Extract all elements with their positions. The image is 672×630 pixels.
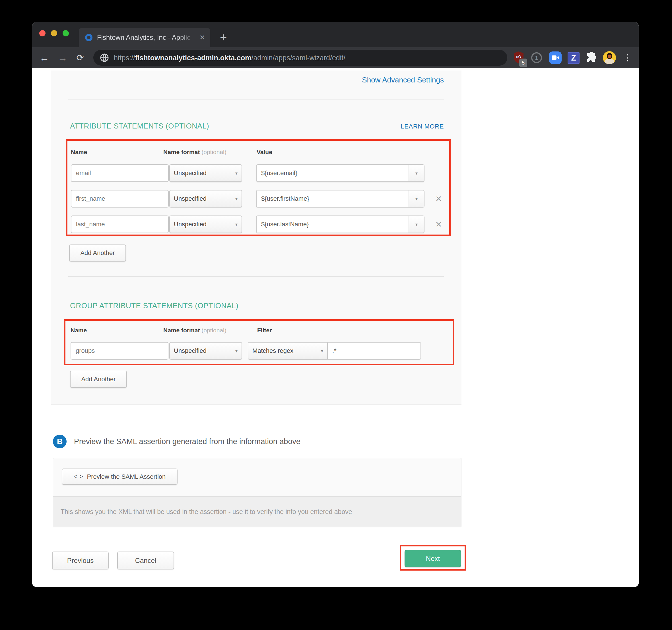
new-tab-button[interactable]: + xyxy=(220,31,227,44)
avatar-face xyxy=(608,55,611,58)
step-b-heading: Preview the SAML assertion generated fro… xyxy=(74,437,301,446)
globe-icon xyxy=(100,53,109,62)
group-attribute-statements-title: GROUP ATTRIBUTE STATEMENTS (OPTIONAL) xyxy=(70,301,238,310)
group-name-input[interactable] xyxy=(71,342,168,360)
attribute-name-input[interactable] xyxy=(71,190,169,207)
titlebar: Fishtown Analytics, Inc - Applic ✕ + xyxy=(32,22,639,47)
chevron-down-icon: ▾ xyxy=(415,196,418,202)
remove-row-icon[interactable]: ✕ xyxy=(435,194,442,204)
value-dropdown-button[interactable]: ▾ xyxy=(409,165,424,181)
avatar-shirt xyxy=(605,59,614,64)
value-dropdown-button[interactable]: ▾ xyxy=(409,191,424,207)
attribute-value-input[interactable] xyxy=(257,216,409,232)
preview-assertion-panel: < > Preview the SAML Assertion This show… xyxy=(53,458,461,527)
profile-avatar[interactable] xyxy=(603,51,616,64)
attribute-value-combo: ▾ xyxy=(256,216,425,233)
attribute-value-combo: ▾ xyxy=(256,164,425,182)
extensions-puzzle-icon[interactable] xyxy=(585,51,598,64)
code-icon: < > xyxy=(74,473,83,480)
address-bar[interactable]: https://fishtownanalytics-admin.okta.com… xyxy=(93,50,507,66)
chevron-down-icon: ▾ xyxy=(415,222,418,227)
divider xyxy=(68,100,444,100)
close-tab-icon[interactable]: ✕ xyxy=(199,33,205,42)
previous-button[interactable]: Previous xyxy=(52,552,109,570)
zoom-extension-icon[interactable] xyxy=(549,51,561,64)
preview-saml-assertion-button[interactable]: < > Preview the SAML Assertion xyxy=(62,469,177,485)
step-b-badge: B xyxy=(53,435,67,448)
tab-title: Fishtown Analytics, Inc - Applic xyxy=(97,33,197,42)
select-value: Unspecified xyxy=(174,347,233,354)
chevron-down-icon: ▾ xyxy=(235,196,238,202)
saml-settings-panel: Show Advanced Settings ATTRIBUTE STATEME… xyxy=(51,71,461,405)
attribute-value-input[interactable] xyxy=(257,191,409,207)
back-icon[interactable]: ← xyxy=(38,51,51,64)
forward-icon[interactable]: → xyxy=(56,51,69,64)
password-extension-icon[interactable]: 1 xyxy=(531,52,542,63)
divider xyxy=(68,276,444,277)
show-advanced-settings-link[interactable]: Show Advanced Settings xyxy=(362,76,444,84)
select-value: Unspecified xyxy=(174,195,233,202)
chevron-down-icon: ▾ xyxy=(235,348,238,354)
chevron-down-icon: ▾ xyxy=(415,171,418,176)
preview-help-text: This shows you the XML that will be used… xyxy=(53,496,461,527)
group-name-format-select[interactable]: Unspecified ▾ xyxy=(169,342,242,360)
close-window-button[interactable] xyxy=(39,30,46,36)
filter-type-select[interactable]: Matches regex ▾ xyxy=(248,343,328,359)
chevron-down-icon: ▾ xyxy=(235,171,238,176)
preview-button-label: Preview the SAML Assertion xyxy=(87,473,166,480)
chevron-down-icon: ▾ xyxy=(321,348,323,354)
column-header-filter: Filter xyxy=(257,327,272,334)
add-another-button[interactable]: Add Another xyxy=(70,371,127,388)
filter-value-input[interactable] xyxy=(328,343,421,359)
url-path: /admin/apps/saml-wizard/edit/ xyxy=(251,54,345,62)
url-domain: fishtownanalytics-admin.okta.com xyxy=(135,54,251,62)
optional-note: (optional) xyxy=(201,149,226,155)
next-button-highlight-box: Next xyxy=(400,545,466,571)
attribute-value-combo: ▾ xyxy=(256,190,425,207)
group-attribute-highlight-box: Name Name format (optional) Filter Unspe… xyxy=(64,319,454,365)
okta-favicon-icon xyxy=(85,34,93,41)
column-header-name: Name xyxy=(71,149,87,155)
zotero-extension-icon[interactable]: Z xyxy=(568,52,579,64)
ublock-badge: 5 xyxy=(519,58,527,67)
remove-row-icon[interactable]: ✕ xyxy=(435,220,442,229)
name-format-select[interactable]: Unspecified ▾ xyxy=(169,216,242,233)
column-header-name: Name xyxy=(71,327,87,334)
url-text: https://fishtownanalytics-admin.okta.com… xyxy=(114,54,345,62)
select-value: Unspecified xyxy=(174,170,233,177)
attribute-statements-title: ATTRIBUTE STATEMENTS (OPTIONAL) xyxy=(70,122,209,130)
maximize-window-button[interactable] xyxy=(63,30,69,36)
value-dropdown-button[interactable]: ▾ xyxy=(409,216,424,232)
name-format-select[interactable]: Unspecified ▾ xyxy=(169,164,242,182)
optional-note: (optional) xyxy=(201,327,226,333)
cancel-button[interactable]: Cancel xyxy=(117,552,174,570)
reload-icon[interactable]: ⟳ xyxy=(74,51,87,64)
column-header-value: Value xyxy=(257,149,272,155)
group-filter-group: Matches regex ▾ xyxy=(248,342,421,360)
select-value: Unspecified xyxy=(174,221,233,228)
name-format-select[interactable]: Unspecified ▾ xyxy=(169,190,242,207)
browser-tab[interactable]: Fishtown Analytics, Inc - Applic ✕ xyxy=(79,28,210,47)
browser-toolbar: ← → ⟳ https://fishtownanalytics-admin.ok… xyxy=(32,47,639,68)
learn-more-link[interactable]: LEARN MORE xyxy=(401,123,444,130)
column-header-name-format: Name format (optional) xyxy=(163,149,226,155)
minimize-window-button[interactable] xyxy=(51,30,57,36)
add-another-button[interactable]: Add Another xyxy=(69,245,126,261)
url-scheme: https:// xyxy=(114,54,135,62)
attribute-name-input[interactable] xyxy=(71,216,169,233)
svg-text:uO: uO xyxy=(516,55,521,59)
page-content: Show Advanced Settings ATTRIBUTE STATEME… xyxy=(32,68,639,587)
chevron-down-icon: ▾ xyxy=(235,222,238,227)
attribute-value-input[interactable] xyxy=(257,165,409,181)
attribute-statements-highlight-box: Name Name format (optional) Value Unspec… xyxy=(66,139,451,236)
column-header-name-format: Name format (optional) xyxy=(163,327,226,334)
select-value: Matches regex xyxy=(253,347,318,354)
browser-window: Fishtown Analytics, Inc - Applic ✕ + ← →… xyxy=(32,22,639,587)
attribute-name-input[interactable] xyxy=(71,164,169,182)
next-button[interactable]: Next xyxy=(405,550,461,567)
